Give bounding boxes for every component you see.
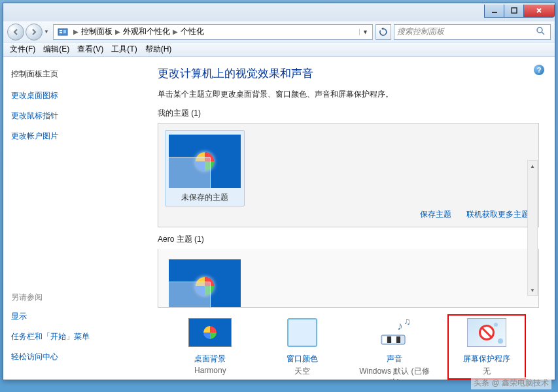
theme-card-unsaved[interactable]: 未保存的主题	[165, 130, 245, 206]
sidebar-sublink-ease-of-access[interactable]: 轻松访问中心	[11, 351, 134, 363]
help-icon[interactable]: ?	[534, 65, 544, 75]
svg-rect-1	[512, 8, 517, 13]
bottom-sub: Windows 默认 (已修改)	[355, 366, 434, 380]
back-button[interactable]	[7, 24, 24, 41]
svg-rect-5	[63, 30, 66, 33]
content-area: ? 更改计算机上的视觉效果和声音 单击某个主题立即更改桌面背景、窗口颜色、声音和…	[142, 57, 555, 380]
svg-rect-10	[392, 336, 396, 343]
svg-rect-11	[396, 336, 400, 343]
breadcrumb-item[interactable]: 个性化	[181, 26, 204, 37]
menu-edit[interactable]: 编辑(E)	[43, 44, 69, 55]
menu-tools[interactable]: 工具(T)	[111, 44, 137, 55]
sidebar-link-desktop-icons[interactable]: 更改桌面图标	[11, 90, 134, 101]
forward-button[interactable]	[26, 24, 43, 41]
svg-text:♫: ♫	[404, 317, 411, 327]
sidebar-link-mouse-pointer[interactable]: 更改鼠标指针	[11, 110, 134, 122]
theme-name: 未保存的主题	[181, 193, 228, 202]
svg-rect-3	[60, 30, 62, 31]
address-bar[interactable]: ▶ 控制面板 ▶ 外观和个性化 ▶ 个性化 ▼	[53, 24, 373, 40]
body: 控制面板主页 更改桌面图标 更改鼠标指针 更改帐户图片 另请参阅 显示 任务栏和…	[3, 57, 555, 380]
chevron-right-icon: ▶	[115, 28, 120, 35]
page-subtitle: 单击某个主题立即更改桌面背景、窗口颜色、声音和屏幕保护程序。	[158, 89, 539, 100]
menu-bar: 文件(F) 编辑(E) 查看(V) 工具(T) 帮助(H)	[3, 42, 555, 57]
sidebar: 控制面板主页 更改桌面图标 更改鼠标指针 更改帐户图片 另请参阅 显示 任务栏和…	[3, 57, 142, 380]
menu-file[interactable]: 文件(F)	[10, 44, 35, 55]
svg-text:♪: ♪	[397, 319, 403, 333]
bottom-sub: 天空	[263, 366, 341, 377]
screensaver-icon	[464, 317, 510, 348]
svg-rect-9	[387, 336, 391, 343]
sidebar-sublink-display[interactable]: 显示	[11, 311, 134, 322]
breadcrumb-item[interactable]: 控制面板	[81, 26, 113, 37]
sound-icon: ♪♫	[372, 317, 417, 348]
bottom-label: 屏幕保护程序	[450, 353, 523, 365]
scroll-down-button[interactable]: ▼	[528, 285, 537, 295]
svg-point-6	[537, 27, 542, 33]
aero-themes-box	[158, 249, 539, 308]
chevron-right-icon: ▶	[173, 28, 178, 35]
page-title: 更改计算机上的视觉效果和声音	[158, 66, 539, 81]
search-input[interactable]: 搜索控制面板	[394, 24, 551, 40]
control-panel-icon	[58, 27, 68, 37]
nav-buttons: ▼	[7, 24, 50, 41]
search-placeholder: 搜索控制面板	[397, 26, 444, 37]
search-icon[interactable]	[533, 26, 548, 37]
theme-links: 保存主题 联机获取更多主题	[407, 209, 529, 220]
scroll-track[interactable]	[528, 171, 537, 285]
nav-history-dropdown[interactable]: ▼	[43, 24, 50, 41]
watermark: 头条 @ 鑫荣电脑技术	[471, 377, 551, 389]
nav-toolbar: ▼ ▶ 控制面板 ▶ 外观和个性化 ▶ 个性化 ▼ 搜索控制面板	[3, 22, 555, 42]
bottom-label: 声音	[355, 353, 434, 365]
svg-rect-0	[492, 12, 497, 13]
theme-thumbnail	[169, 135, 241, 188]
save-theme-link[interactable]: 保存主题	[420, 210, 451, 219]
sidebar-see-also: 另请参阅	[11, 292, 134, 303]
maximize-button[interactable]	[504, 5, 523, 18]
theme-thumbnail	[169, 259, 241, 308]
window-color-button[interactable]: 窗口颜色 天空	[263, 317, 341, 377]
my-themes-box: 未保存的主题 保存主题 联机获取更多主题	[158, 123, 539, 227]
my-themes-label: 我的主题 (1)	[158, 108, 539, 119]
screensaver-button[interactable]: 屏幕保护程序 无	[447, 314, 526, 380]
address-dropdown[interactable]: ▼	[359, 29, 371, 35]
title-bar[interactable]	[3, 3, 555, 22]
chevron-right-icon: ▶	[73, 28, 78, 35]
svg-rect-8	[383, 336, 387, 343]
sidebar-sublink-taskbar[interactable]: 任务栏和「开始」菜单	[11, 331, 134, 342]
svg-rect-4	[60, 32, 62, 33]
scrollbar[interactable]: ▲ ▼	[527, 160, 538, 296]
bottom-row: 桌面背景 Harmony 窗口颜色 天空 ♪♫ 声音 Windows 默认 (已…	[158, 308, 539, 380]
minimize-button[interactable]	[484, 5, 504, 18]
refresh-icon	[379, 27, 388, 37]
window-color-icon	[279, 317, 325, 348]
bottom-sub: Harmony	[171, 366, 249, 375]
sidebar-home[interactable]: 控制面板主页	[11, 69, 134, 80]
menu-view[interactable]: 查看(V)	[77, 44, 103, 55]
bottom-sub: 无	[450, 366, 523, 377]
desktop-bg-icon	[187, 317, 233, 348]
window: ▼ ▶ 控制面板 ▶ 外观和个性化 ▶ 个性化 ▼ 搜索控制面板 文件(F) 编…	[3, 3, 555, 380]
scroll-up-button[interactable]: ▲	[528, 161, 537, 171]
sidebar-link-account-picture[interactable]: 更改帐户图片	[11, 131, 134, 142]
menu-help[interactable]: 帮助(H)	[145, 44, 172, 55]
breadcrumb-item[interactable]: 外观和个性化	[123, 26, 170, 37]
bottom-label: 桌面背景	[171, 353, 249, 365]
window-controls	[484, 5, 555, 18]
theme-card-aero[interactable]	[165, 255, 245, 308]
aero-themes-label: Aero 主题 (1)	[158, 234, 539, 245]
bottom-label: 窗口颜色	[263, 353, 341, 365]
close-button[interactable]	[523, 5, 555, 18]
desktop-background-button[interactable]: 桌面背景 Harmony	[171, 317, 249, 375]
get-more-themes-link[interactable]: 联机获取更多主题	[466, 210, 529, 219]
refresh-button[interactable]	[375, 24, 391, 40]
sounds-button[interactable]: ♪♫ 声音 Windows 默认 (已修改)	[355, 317, 434, 380]
